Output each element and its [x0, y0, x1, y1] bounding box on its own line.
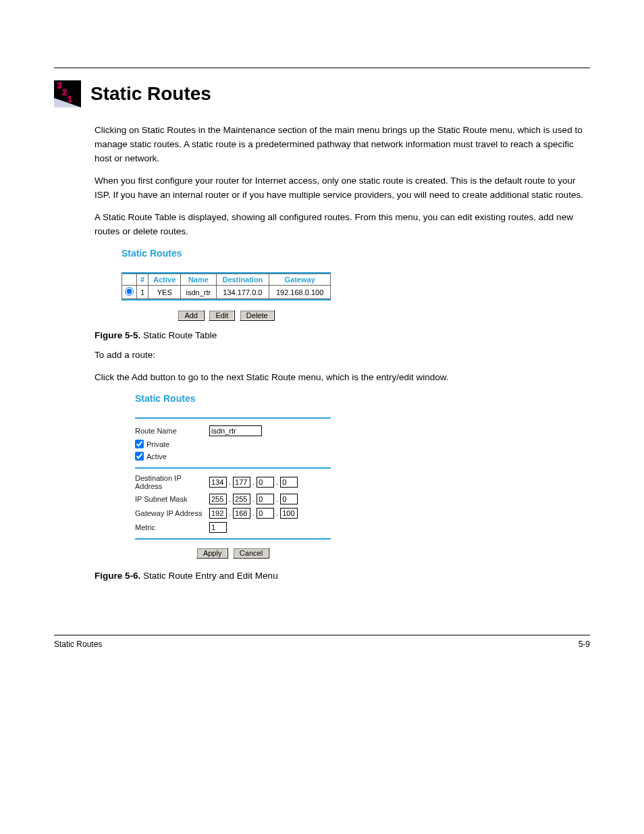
- cell-gateway: 192.168.0.100: [269, 286, 331, 299]
- col-name: Name: [181, 274, 216, 286]
- dest-ip-octet4[interactable]: [280, 477, 298, 488]
- logo-image: 3 2 1: [54, 80, 81, 107]
- gateway-label: Gateway IP Address: [135, 509, 209, 517]
- gw-octet1[interactable]: [209, 508, 227, 519]
- col-select: [122, 274, 137, 286]
- intro-paragraph-2: When you first configure your router for…: [95, 174, 590, 203]
- row-select-radio[interactable]: [125, 287, 134, 296]
- page-title: Static Routes: [90, 83, 211, 105]
- private-checkbox[interactable]: [135, 440, 144, 448]
- gw-octet3[interactable]: [257, 508, 274, 519]
- route-name-label: Route Name: [135, 427, 209, 435]
- dest-ip-label: Destination IP Address: [135, 474, 209, 490]
- col-active: Active: [149, 274, 181, 286]
- col-number: #: [137, 274, 149, 286]
- dest-ip-octet1[interactable]: [209, 477, 227, 488]
- intro-paragraph-3: A Static Route Table is displayed, showi…: [95, 211, 590, 239]
- apply-button[interactable]: Apply: [196, 548, 229, 558]
- figure1-caption-prefix: Figure 5-5.: [95, 330, 140, 340]
- private-label: Private: [146, 440, 169, 448]
- figure-static-route-edit: Static Routes Route Name Private Active …: [135, 393, 338, 558]
- edit-button[interactable]: Edit: [209, 310, 235, 321]
- cell-number: 1: [137, 286, 149, 299]
- figure2-heading: Static Routes: [135, 393, 338, 404]
- mask-octet3[interactable]: [257, 494, 274, 504]
- route-name-input[interactable]: [209, 425, 262, 436]
- footer-left: Static Routes: [54, 640, 102, 649]
- mask-label: IP Subnet Mask: [135, 495, 209, 503]
- add-route-label: To add a route:: [95, 348, 590, 363]
- delete-button[interactable]: Delete: [240, 310, 275, 321]
- cell-name: isdn_rtr: [181, 286, 216, 299]
- figure1-caption-text: Static Route Table: [143, 330, 217, 340]
- active-checkbox[interactable]: [135, 452, 144, 461]
- intro-paragraph-1: Clicking on Static Routes in the Mainten…: [95, 124, 590, 166]
- cell-active: YES: [149, 286, 181, 299]
- dest-ip-octet3[interactable]: [257, 477, 274, 488]
- gw-octet2[interactable]: [233, 508, 250, 519]
- footer-right: 5-9: [579, 640, 590, 649]
- add-route-instruction: Click the Add button to go to the next S…: [95, 371, 590, 385]
- figure2-caption-text: Static Route Entry and Edit Menu: [143, 571, 278, 581]
- gw-octet4[interactable]: [280, 508, 298, 519]
- metric-input[interactable]: [209, 522, 227, 533]
- cancel-button[interactable]: Cancel: [233, 548, 269, 558]
- mask-octet2[interactable]: [233, 494, 250, 504]
- mask-octet4[interactable]: [280, 494, 298, 504]
- figure1-heading: Static Routes: [122, 248, 590, 259]
- dest-ip-octet2[interactable]: [233, 477, 250, 488]
- table-header-row: # Active Name Destination Gateway: [122, 274, 331, 286]
- figure2-caption-prefix: Figure 5-6.: [95, 571, 140, 581]
- cell-destination: 134.177.0.0: [216, 286, 269, 299]
- figure-static-route-table: Static Routes # Active Name Destination …: [122, 248, 590, 321]
- table-row: 1 YES isdn_rtr 134.177.0.0 192.168.0.100: [122, 286, 331, 299]
- active-label: Active: [146, 452, 167, 461]
- col-gateway: Gateway: [269, 274, 331, 286]
- col-destination: Destination: [216, 274, 269, 286]
- add-button[interactable]: Add: [178, 310, 205, 321]
- metric-label: Metric: [135, 523, 209, 531]
- mask-octet1[interactable]: [209, 494, 227, 504]
